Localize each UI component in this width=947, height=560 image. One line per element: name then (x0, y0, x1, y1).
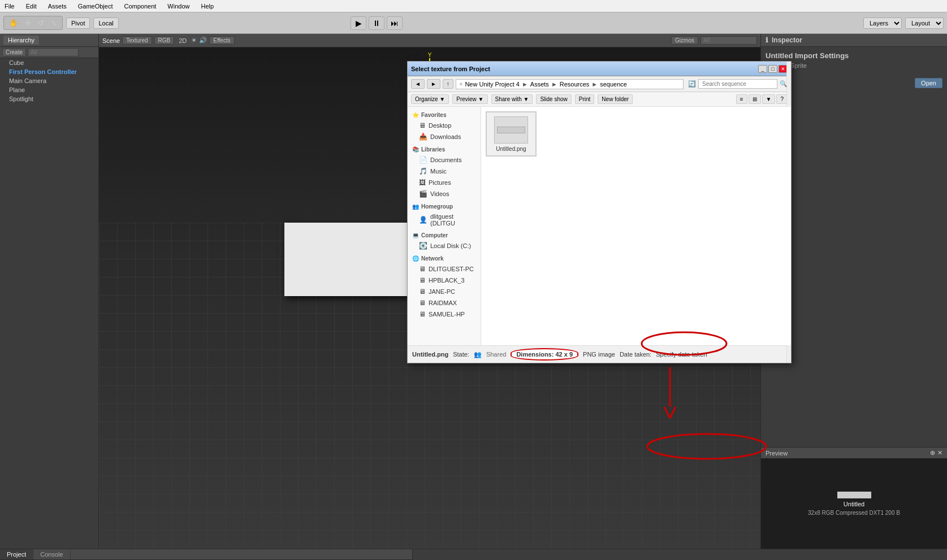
effects-btn[interactable]: Effects (209, 36, 234, 45)
sidebar-homegroup: 👥Homegroup 👤dlitguest (DLITGU (408, 202, 481, 228)
preview-label: Preview (766, 450, 788, 457)
dialog-up-btn[interactable]: ↑ (443, 79, 453, 89)
preview-image (837, 492, 871, 498)
file-thumb-untitled[interactable]: Untitled.png (486, 111, 537, 157)
view-grid-btn[interactable]: ⊞ (749, 94, 761, 104)
preview-close-icon[interactable]: ✕ (937, 449, 942, 457)
scene-search[interactable] (700, 36, 757, 45)
sidebar-samuel-hp[interactable]: 🖥SAMUEL-HP (408, 309, 481, 320)
inspector-tab-label[interactable]: Inspector (772, 36, 802, 44)
inspector-header: ℹ Inspector (761, 34, 947, 47)
sidebar-downloads[interactable]: 📥Downloads (408, 131, 481, 142)
sidebar-local-disk[interactable]: 💽Local Disk (C:) (408, 240, 481, 251)
inspector-tabs-row: Texture Sprite (766, 62, 942, 71)
sidebar-documents[interactable]: 📄Documents (408, 154, 481, 166)
preview-btn[interactable]: Preview ▼ (452, 94, 487, 104)
sidebar-music[interactable]: 🎵Music (408, 166, 481, 177)
menu-window[interactable]: Window (165, 3, 192, 10)
audio-icon[interactable]: 🔊 (199, 37, 207, 44)
dialog-toolbar-row: Organize ▼ Preview ▼ Share with ▼ Slide … (408, 92, 791, 107)
view-options-btn[interactable]: ▼ (762, 94, 776, 104)
menu-gameobject[interactable]: GameObject (76, 3, 115, 10)
rotate-tool-icon[interactable]: ↺ (35, 18, 47, 28)
menu-component[interactable]: Component (122, 3, 158, 10)
hierarchy-item-cube[interactable]: Cube (0, 58, 98, 67)
sidebar-hpblack3[interactable]: 🖥HPBLACK_3 (408, 275, 481, 286)
console-tab[interactable]: Console (33, 549, 70, 559)
hierarchy-search[interactable] (28, 48, 79, 57)
sprite-tab[interactable]: Sprite (790, 62, 807, 71)
local-button[interactable]: Local (93, 18, 118, 29)
layout-dropdown[interactable]: Layout (905, 18, 944, 29)
pause-button[interactable]: ⏸ (369, 16, 384, 30)
transform-tools: ✋ ✛ ↺ ⤡ (3, 16, 63, 30)
sidebar-videos[interactable]: 🎬Videos (408, 188, 481, 199)
scale-tool-icon[interactable]: ⤡ (48, 18, 60, 28)
rgb-btn[interactable]: RGB (154, 36, 175, 45)
slideshow-btn[interactable]: Slide show (536, 94, 571, 104)
toolbar: ✋ ✛ ↺ ⤡ Pivot Local ▶ ⏸ ⏭ Layers Layout (0, 12, 947, 34)
hierarchy-item-fpc[interactable]: First Person Controller (0, 67, 98, 76)
footer-date-label: Date taken: (620, 351, 651, 358)
print-btn[interactable]: Print (575, 94, 595, 104)
twod-btn[interactable]: 2D (176, 37, 189, 45)
sidebar-desktop[interactable]: 🖥Desktop (408, 120, 481, 131)
sidebar-raidmax[interactable]: 🖥RAIDMAX (408, 297, 481, 309)
move-tool-icon[interactable]: ✛ (22, 18, 34, 28)
sidebar-libraries: 📚Libraries 📄Documents 🎵Music 🖼Pictures 🎬… (408, 145, 481, 199)
dialog-search[interactable] (698, 79, 777, 89)
dialog-minimize-btn[interactable]: _ (758, 65, 767, 73)
hierarchy-item-maincamera[interactable]: Main Camera (0, 76, 98, 85)
sidebar-dlitguest-pc[interactable]: 🖥DLITGUEST-PC (408, 263, 481, 275)
address-refresh[interactable]: 🔄 (688, 80, 696, 88)
scene-tab[interactable]: Scene (102, 37, 120, 44)
sidebar-pictures[interactable]: 🖼Pictures (408, 177, 481, 188)
step-button[interactable]: ⏭ (387, 16, 403, 30)
newfolder-btn[interactable]: New folder (598, 94, 633, 104)
organize-btn[interactable]: Organize ▼ (411, 94, 449, 104)
menu-edit[interactable]: Edit (24, 3, 39, 10)
sidebar-computer: 💻Computer 💽Local Disk (C:) (408, 231, 481, 251)
light-icon[interactable]: ☀ (191, 37, 197, 44)
preview-expand-icon[interactable]: ⊕ (930, 449, 935, 457)
star-icon: ⭐ (412, 112, 419, 118)
dialog-back-btn[interactable]: ◄ (411, 79, 425, 89)
view-list-btn[interactable]: ≡ (736, 94, 747, 104)
hand-tool-icon[interactable]: ✋ (6, 18, 21, 28)
sidebar-jane-pc[interactable]: 🖥JANE-PC (408, 286, 481, 297)
dialog-maximize-btn[interactable]: □ (768, 65, 777, 73)
inspector-open-btn[interactable]: Open (915, 78, 942, 88)
inspector-title: Untitled Import Settings (766, 51, 942, 60)
sidebar-dlitguest[interactable]: 👤dlitguest (DLITGU (408, 211, 481, 228)
textured-btn[interactable]: Textured (122, 36, 152, 45)
project-tab[interactable]: Project (0, 549, 33, 559)
share-btn[interactable]: Share with ▼ (491, 94, 533, 104)
preview-details: 32x8 RGB Compressed DXT1 200 B (808, 510, 900, 516)
menu-file[interactable]: File (2, 3, 17, 10)
layers-dropdown[interactable]: Layers (863, 18, 902, 29)
preview-content: Untitled 32x8 RGB Compressed DXT1 200 B (761, 458, 947, 549)
address-box[interactable]: « New Unity Project 4 ► Assets ► Resourc… (456, 79, 684, 89)
hierarchy-item-spotlight[interactable]: Spotlight (0, 94, 98, 103)
hierarchy-create-btn[interactable]: Create (2, 48, 26, 57)
menu-help[interactable]: Help (198, 3, 216, 10)
menu-assets[interactable]: Assets (46, 3, 69, 10)
disk-icon: 💽 (419, 242, 427, 250)
pivot-button[interactable]: Pivot (66, 18, 90, 29)
dimensions-value: 42 x 9 (555, 351, 573, 358)
dialog-addressbar: ◄ ► ↑ « New Unity Project 4 ► Assets ► R… (408, 76, 791, 92)
downloads-icon: 📥 (419, 133, 427, 141)
dimensions-label: Dimensions: (516, 351, 554, 358)
gizmos-btn[interactable]: Gizmos (671, 36, 698, 45)
pc-icon-4: 🖥 (419, 299, 426, 307)
dialog-forward-btn[interactable]: ► (427, 79, 440, 89)
footer-dimensions: Dimensions: 42 x 9 (511, 348, 578, 361)
sidebar-computer-header: 💻Computer (408, 231, 481, 240)
hierarchy-tab[interactable]: Hierarchy (3, 36, 39, 45)
dialog-body: ⭐ Favorites 🖥Desktop 📥Downloads 📚Librari… (408, 107, 791, 345)
bottom-area: Project Console Create ▼Favorites All Ma… (0, 549, 947, 560)
footer-filename: Untitled.png (412, 351, 448, 358)
play-button[interactable]: ▶ (351, 16, 366, 30)
sidebar-favorites: ⭐ Favorites 🖥Desktop 📥Downloads (408, 110, 481, 142)
hierarchy-item-plane[interactable]: Plane (0, 85, 98, 94)
